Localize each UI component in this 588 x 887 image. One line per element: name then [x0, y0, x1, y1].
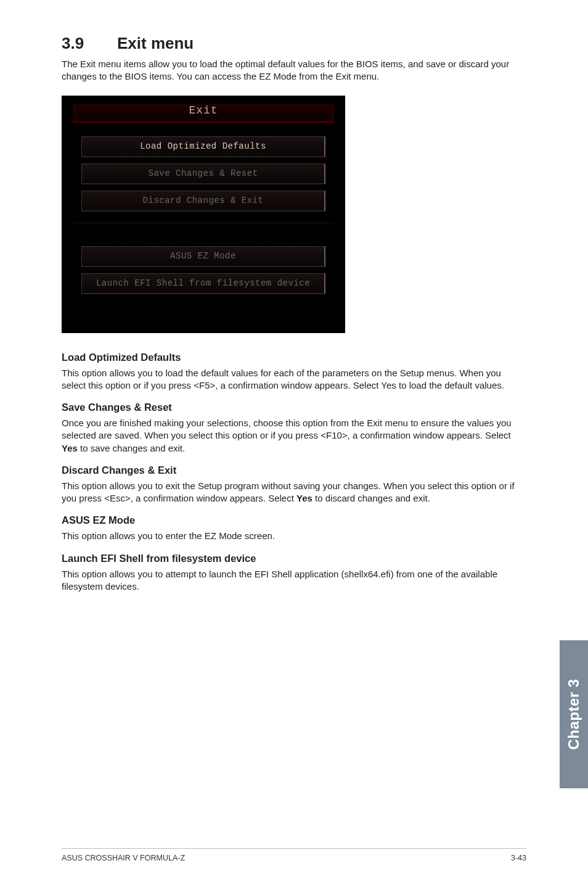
page-footer: ASUS CROSSHAIR V FORMULA-Z 3-43 [62, 848, 526, 862]
bios-asus-ez-mode-button[interactable]: ASUS EZ Mode [81, 246, 325, 267]
bios-separator [73, 223, 334, 240]
sub-body-discard-changes: This option allows you to exit the Setup… [62, 480, 526, 505]
sub-body-load-optimized: This option allows you to load the defau… [62, 367, 526, 392]
footer-page-number: 3-43 [511, 854, 526, 862]
bios-discard-changes-exit-button[interactable]: Discard Changes & Exit [81, 191, 325, 212]
bios-title-bar: Exit [73, 104, 334, 123]
sub-heading-launch-efi: Launch EFI Shell from filesystem device [62, 553, 526, 564]
chapter-side-tab: Chapter 3 [560, 640, 588, 788]
sub-body-ez-mode: This option allows you to enter the EZ M… [62, 530, 526, 542]
bios-title: Exit [189, 104, 218, 117]
sub-heading-load-optimized: Load Optimized Defaults [62, 352, 526, 363]
text-fragment: to save changes and exit. [78, 443, 185, 453]
sub-heading-ez-mode: ASUS EZ Mode [62, 514, 526, 526]
text-fragment: to discard changes and exit. [312, 493, 430, 503]
section-title: Exit menu [117, 34, 194, 52]
bios-save-changes-reset-button[interactable]: Save Changes & Reset [81, 163, 325, 184]
sub-heading-save-changes: Save Changes & Reset [62, 402, 526, 413]
chapter-side-tab-label: Chapter 3 [565, 679, 582, 749]
intro-paragraph: The Exit menu items allow you to load th… [62, 58, 526, 83]
sub-body-save-changes: Once you are finished making your select… [62, 417, 526, 455]
text-bold-yes: Yes [62, 443, 78, 453]
text-fragment: Once you are finished making your select… [62, 418, 512, 440]
section-number: 3.9 [62, 34, 117, 53]
footer-product: ASUS CROSSHAIR V FORMULA-Z [62, 854, 185, 862]
section-heading: 3.9Exit menu [62, 34, 526, 53]
bios-exit-screenshot: Exit Load Optimized Defaults Save Change… [62, 96, 345, 333]
text-fragment: This option allows you to exit the Setup… [62, 481, 515, 503]
text-bold-yes: Yes [296, 493, 312, 503]
sub-heading-discard-changes: Discard Changes & Exit [62, 464, 526, 476]
bios-launch-efi-shell-button[interactable]: Launch EFI Shell from filesystem device [81, 273, 325, 294]
bios-load-optimized-defaults-button[interactable]: Load Optimized Defaults [81, 136, 325, 157]
sub-body-launch-efi: This option allows you to attempt to lau… [62, 568, 526, 593]
